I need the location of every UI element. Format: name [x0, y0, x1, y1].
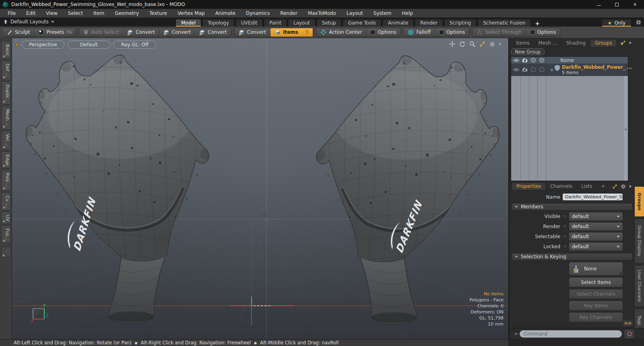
presets-button[interactable]: PresetsF6	[34, 28, 76, 37]
panel-expand-icon[interactable]	[629, 41, 632, 45]
sculpt-button[interactable]: Sculpt	[3, 28, 34, 37]
glove-mesh[interactable]	[22, 52, 211, 324]
command-history-button[interactable]	[625, 330, 634, 338]
viewport-expand-icon[interactable]	[499, 42, 502, 46]
tab-properties[interactable]: Properties	[512, 182, 546, 190]
pan-icon[interactable]	[449, 41, 455, 47]
menu-select[interactable]: Select	[63, 10, 88, 16]
menu-help[interactable]: Help	[397, 10, 418, 16]
raygl-button[interactable]: Ray GL: Off	[114, 41, 156, 49]
left-tab-mesh[interactable]: Mesh ...	[1, 106, 11, 130]
tab-channels[interactable]: Channels	[546, 183, 577, 190]
tab-game-tools[interactable]: Game Tools	[343, 19, 382, 27]
tree-scrollbar[interactable]	[623, 76, 628, 181]
convert-vertices-button[interactable]: Convert	[123, 28, 159, 37]
close-button[interactable]: ✕	[626, 0, 644, 9]
tree-empty-area[interactable]	[511, 76, 628, 181]
selectable-dropdown[interactable]: default	[569, 232, 623, 241]
zoom-icon[interactable]	[469, 41, 475, 47]
visible-channel-dot[interactable]	[562, 213, 568, 218]
glove-mesh[interactable]	[314, 53, 503, 325]
menu-layout[interactable]: Layout	[341, 10, 368, 16]
expand-toggle[interactable]: +	[550, 67, 554, 73]
tab-uvedit[interactable]: UVEdit	[235, 19, 263, 27]
row-eye-icon[interactable]	[513, 68, 519, 72]
select-column-cube-icon[interactable]	[531, 58, 536, 63]
tab-render[interactable]: Render	[415, 19, 443, 27]
action-center-button[interactable]: Action Center	[316, 28, 366, 37]
tab-animate[interactable]: Animate	[382, 19, 414, 27]
left-tab-curve[interactable]: Cu ...	[1, 192, 11, 210]
convert-edges-button[interactable]: Convert	[159, 28, 195, 37]
menu-view[interactable]: View	[41, 10, 62, 16]
convert-items-button[interactable]: Convert	[235, 28, 270, 37]
visible-dropdown[interactable]: default	[569, 212, 623, 221]
action-center-options-button[interactable]: Options	[366, 28, 400, 37]
menu-dynamics[interactable]: Dynamics	[241, 10, 275, 16]
left-tab-blank[interactable]	[1, 247, 11, 258]
tab-shading[interactable]: Shading	[561, 39, 590, 47]
left-tab-duplicate[interactable]: Duplic..	[1, 81, 11, 105]
maximize-viewport-icon[interactable]	[479, 41, 485, 47]
orbit-icon[interactable]	[459, 41, 465, 47]
properties-expand-icon[interactable]	[629, 185, 632, 188]
tab-layout[interactable]: Layout	[288, 19, 316, 27]
left-tab-uv[interactable]: UV	[1, 212, 11, 224]
gear-icon[interactable]	[636, 19, 642, 25]
menu-file[interactable]: File	[2, 10, 21, 16]
members-section-header[interactable]: Members	[512, 203, 632, 210]
menu-maxtomodo[interactable]: MaxToModo	[303, 10, 341, 16]
side-tab-group-display[interactable]: Group Display	[634, 218, 644, 264]
panel-maximize-icon[interactable]	[621, 40, 626, 45]
minimize-button[interactable]	[590, 0, 608, 9]
tab-schematic-fusion[interactable]: Schematic Fusion	[477, 19, 531, 27]
row-render-icon[interactable]	[522, 67, 528, 72]
key-channels-button[interactable]: Key Channels	[569, 312, 623, 322]
shading-mode-button[interactable]: Default	[68, 41, 110, 49]
only-toggle[interactable]: ★ Only	[602, 19, 632, 27]
render-dropdown[interactable]: default	[569, 222, 623, 231]
menu-edit[interactable]: Edit	[21, 10, 41, 16]
left-tab-basic[interactable]: Basic	[1, 41, 11, 59]
tab-paint[interactable]: Paint	[264, 19, 287, 27]
side-tab-user-channels[interactable]: User Channels	[634, 265, 644, 307]
menu-geometry[interactable]: Geometry	[109, 10, 144, 16]
lock-column-cube-icon[interactable]	[539, 58, 544, 63]
more-button[interactable]: >>	[623, 320, 633, 327]
tab-topology[interactable]: Topology	[202, 19, 235, 27]
selectable-channel-dot[interactable]	[562, 233, 568, 239]
selection-keying-section-header[interactable]: Selection & Keying	[512, 253, 632, 260]
name-column-header[interactable]: Name	[560, 58, 574, 63]
row-lock-checkbox[interactable]	[539, 68, 544, 72]
menu-texture[interactable]: Texture	[144, 10, 172, 16]
side-tab-groups[interactable]: Groups	[634, 186, 644, 217]
viewport-3d[interactable]: DARKFIN DARKFIN Perspective Default Ray …	[12, 38, 508, 339]
layout-switcher[interactable]: Default Layouts	[3, 19, 54, 25]
tab-scripting[interactable]: Scripting	[444, 19, 477, 27]
left-tab-polygon[interactable]: Poly ...	[1, 170, 11, 191]
locked-dropdown[interactable]: default	[569, 242, 623, 251]
select-channels-button[interactable]: Select Channels	[569, 289, 623, 299]
visible-column-eye-icon[interactable]	[513, 58, 519, 62]
convert-polygons-button[interactable]: Convert	[195, 28, 231, 37]
render-channel-dot[interactable]	[562, 223, 568, 229]
properties-gear-icon[interactable]	[621, 184, 626, 189]
auto-select-button[interactable]: Auto Select	[79, 28, 123, 37]
viewport-rotation-indicator[interactable]	[15, 43, 19, 46]
group-name-field[interactable]: Darkfin_Webbed_Power_Swimmir	[562, 193, 623, 201]
select-through-options-button[interactable]: Options	[526, 28, 560, 37]
tab-lists[interactable]: Lists	[577, 183, 597, 190]
menu-item[interactable]: Item	[88, 10, 109, 16]
tab-model[interactable]: Model	[175, 19, 201, 27]
left-tab-deform[interactable]: Def ...	[1, 60, 11, 80]
group-name[interactable]: Darkfin_Webbed_Power_ ...	[562, 64, 632, 70]
left-tab-fusion[interactable]: Fus...	[1, 225, 11, 243]
menu-system[interactable]: System	[368, 10, 397, 16]
left-tab-vertex[interactable]: Ver ...	[1, 131, 11, 150]
menu-animate[interactable]: Animate	[210, 10, 241, 16]
maximize-button[interactable]	[608, 0, 626, 9]
viewport-gear-icon[interactable]	[489, 41, 495, 47]
tab-groups[interactable]: Groups	[590, 39, 617, 47]
menu-render[interactable]: Render	[275, 10, 303, 16]
tab-items[interactable]: Items	[512, 39, 534, 47]
